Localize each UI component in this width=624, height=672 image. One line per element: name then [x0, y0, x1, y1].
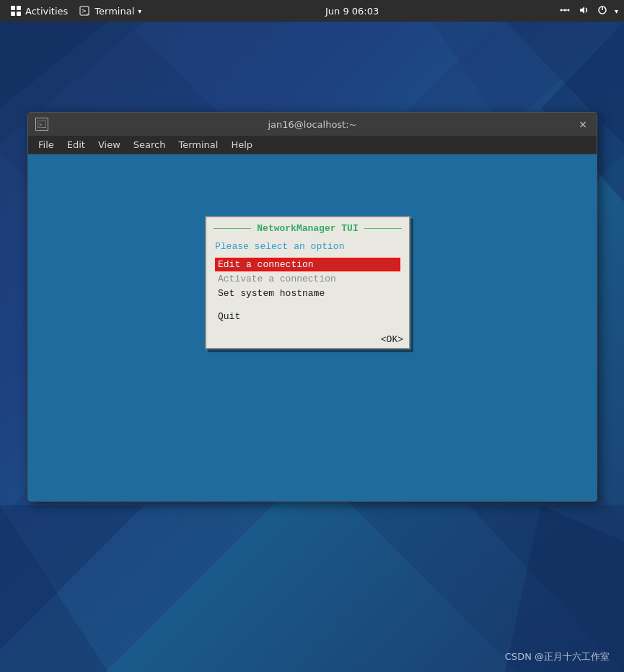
terminal-titlebar: >_ jan16@localhost:~ × [28, 113, 597, 136]
title-line-left [214, 228, 251, 229]
nmtui-option-edit-connection[interactable]: Edit a connection [215, 258, 400, 271]
activities-label: Activities [25, 6, 68, 17]
terminal-window-title: jan16@localhost:~ [268, 119, 357, 130]
menu-view[interactable]: View [92, 138, 126, 152]
svg-marker-6 [505, 505, 624, 672]
svg-marker-5 [469, 505, 624, 672]
svg-marker-4 [0, 22, 108, 108]
terminal-dropdown-arrow: ▾ [138, 7, 141, 15]
terminal-window: >_ jan16@localhost:~ × File Edit View Se… [27, 112, 597, 502]
terminal-menu[interactable]: >_ Terminal ▾ [75, 4, 146, 18]
menu-edit[interactable]: Edit [61, 138, 91, 152]
nmtui-ok-button[interactable]: <OK> [381, 334, 403, 345]
power-icon[interactable] [597, 5, 607, 17]
power-dropdown-arrow[interactable]: ▾ [615, 7, 618, 15]
activities-icon [10, 5, 22, 17]
svg-marker-20 [580, 6, 584, 14]
desktop: Activities >_ Terminal ▾ Jun 9 06:03 [0, 0, 624, 672]
svg-rect-9 [11, 6, 15, 10]
terminal-close-button[interactable]: × [576, 118, 589, 131]
svg-rect-11 [11, 12, 15, 16]
nmtui-header: NetworkManager TUI [206, 217, 409, 237]
nmtui-option-set-hostname[interactable]: Set system hostname [215, 287, 400, 300]
network-icon[interactable] [558, 5, 571, 17]
terminal-content[interactable]: NetworkManager TUI Please select an opti… [28, 154, 597, 501]
svg-point-17 [567, 9, 569, 11]
watermark: CSDN @正月十六工作室 [505, 650, 610, 663]
terminal-icon: >_ [79, 6, 89, 16]
nmtui-option-activate-connection[interactable]: Activate a connection [215, 272, 400, 286]
nmtui-ok-section: <OK> [206, 331, 409, 348]
svg-point-15 [560, 9, 562, 11]
panel-right: ▾ [558, 5, 618, 17]
nmtui-subtitle: Please select an option [215, 240, 400, 252]
terminal-menubar: File Edit View Search Terminal Help [28, 136, 597, 154]
menu-help[interactable]: Help [225, 138, 258, 152]
panel-datetime: Jun 9 06:03 [325, 6, 379, 17]
nmtui-body: Please select an option Edit a connectio… [206, 237, 409, 331]
panel-left: Activities >_ Terminal ▾ [6, 4, 146, 18]
svg-marker-7 [0, 505, 108, 672]
svg-text:>_: >_ [82, 8, 89, 14]
svg-text:>_: >_ [38, 122, 45, 128]
top-panel: Activities >_ Terminal ▾ Jun 9 06:03 [0, 0, 624, 22]
nmtui-spacer [215, 301, 400, 310]
svg-marker-8 [0, 505, 144, 650]
terminal-window-icon: >_ [35, 118, 48, 131]
nmtui-dialog: NetworkManager TUI Please select an opti… [205, 216, 410, 349]
menu-search[interactable]: Search [128, 138, 172, 152]
terminal-label: Terminal [95, 6, 134, 17]
activities-button[interactable]: Activities [6, 4, 72, 18]
title-line-right [364, 228, 402, 229]
nmtui-option-quit[interactable]: Quit [215, 310, 400, 323]
svg-point-16 [563, 9, 566, 11]
svg-rect-10 [17, 6, 21, 10]
menu-terminal[interactable]: Terminal [172, 138, 224, 152]
svg-rect-12 [17, 12, 21, 16]
menu-file[interactable]: File [32, 138, 60, 152]
nmtui-title: NetworkManager TUI [251, 223, 364, 234]
sound-icon[interactable] [579, 5, 590, 17]
